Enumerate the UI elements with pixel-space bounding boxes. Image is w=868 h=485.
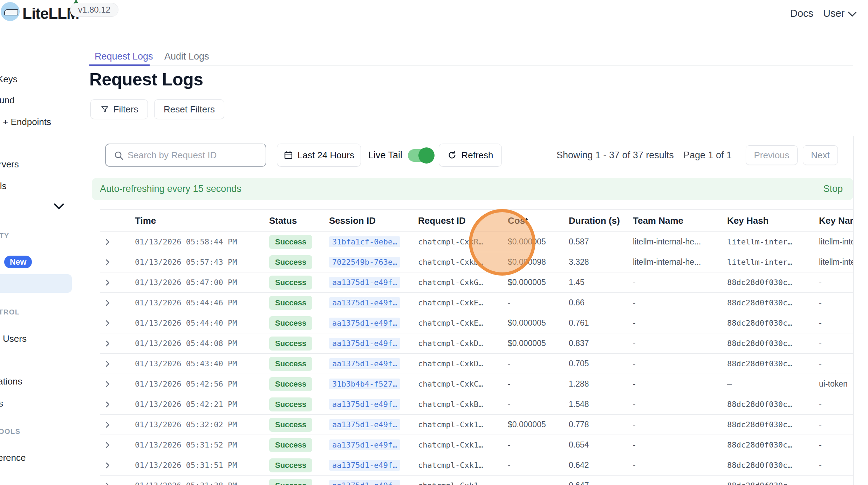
session-id-link[interactable]: aa1375d1-e49f…: [329, 419, 400, 430]
time-cell: 01/13/2026 05:44:46 PM: [135, 298, 269, 307]
time-cell: 01/13/2026 05:58:44 PM: [135, 237, 269, 246]
request-id-cell: chatcmpl-CxkC…: [418, 380, 508, 388]
status-badge: Success: [269, 296, 312, 310]
expand-row-button[interactable]: [100, 298, 135, 308]
status-badge: Success: [269, 255, 312, 269]
session-id-cell: 31b3b4b4-f527…: [329, 379, 418, 389]
expand-row-button[interactable]: [100, 460, 135, 470]
session-id-link[interactable]: 31b3b4b4-f527…: [329, 379, 400, 389]
duration-cell: 0.705: [569, 359, 633, 368]
key-name-cell: -: [819, 440, 853, 450]
expand-row-button[interactable]: [100, 379, 135, 389]
expand-row-button[interactable]: [100, 400, 135, 409]
stop-auto-refresh-button[interactable]: Stop: [823, 183, 843, 194]
team-name-cell: -: [633, 359, 727, 368]
time-range-button[interactable]: Last 24 Hours: [277, 144, 361, 167]
sidebar-item-teams[interactable]: s: [0, 398, 3, 409]
session-id-link[interactable]: aa1375d1-e49f…: [329, 399, 400, 410]
refresh-icon: [447, 150, 457, 160]
request-logs-table: TimeStatusSession IDRequest IDCostDurati…: [100, 209, 853, 485]
sidebar-collapse-chevron-icon[interactable]: [53, 202, 64, 211]
request-id-cell: chatcmpl-Cxk1…: [418, 461, 508, 470]
table-header-row: TimeStatusSession IDRequest IDCostDurati…: [100, 209, 853, 232]
sidebar-item-users[interactable]: Users: [3, 333, 27, 344]
active-tab-underline: [89, 64, 150, 66]
table-row: 01/13/2026 05:42:56 PMSuccess31b3b4b4-f5…: [100, 374, 853, 394]
key-name-cell: -: [819, 318, 853, 328]
tab-audit-logs[interactable]: Audit Logs: [164, 51, 209, 62]
top-navbar: LiteLLM v1.80.12 Docs User: [0, 0, 868, 28]
session-id-cell: aa1375d1-e49f…: [329, 358, 418, 369]
expand-row-button[interactable]: [100, 339, 135, 348]
expand-row-button[interactable]: [100, 420, 135, 430]
expand-row-button[interactable]: [100, 359, 135, 369]
session-id-link[interactable]: aa1375d1-e49f…: [329, 480, 400, 485]
sidebar-item-keys[interactable]: Keys: [0, 74, 18, 85]
sidebar-selected-item[interactable]: [0, 274, 72, 293]
user-menu[interactable]: User: [823, 8, 845, 19]
expand-row-button[interactable]: [100, 318, 135, 328]
expand-row-button[interactable]: [100, 257, 135, 267]
duration-cell: 0.647: [569, 481, 633, 485]
session-id-link[interactable]: aa1375d1-e49f…: [329, 277, 400, 288]
search-box: [105, 144, 266, 167]
search-input[interactable]: [128, 144, 264, 166]
duration-cell: 1.288: [569, 379, 633, 389]
session-id-link[interactable]: 7022549b-763e…: [329, 257, 400, 268]
key-hash-cell: 88dc28d0f030c…: [727, 481, 819, 485]
expand-row-button[interactable]: [100, 278, 135, 287]
tabs-divider: [89, 65, 853, 66]
team-name-cell: -: [633, 278, 727, 287]
column-header: Cost: [508, 215, 569, 226]
sidebar-item-endpoints[interactable]: + Endpoints: [3, 117, 51, 127]
live-tail-toggle[interactable]: [408, 149, 432, 162]
sidebar-item-organizations[interactable]: ations: [0, 376, 22, 387]
version-badge: v1.80.12: [70, 3, 118, 17]
request-id-cell: chatcmpl-Cxkb…: [418, 258, 508, 266]
status-badge: Success: [269, 357, 312, 371]
session-id-cell: aa1375d1-e49f…: [329, 480, 418, 485]
expand-row-button[interactable]: [100, 237, 135, 247]
status-cell: Success: [269, 276, 329, 290]
session-id-link[interactable]: aa1375d1-e49f…: [329, 358, 400, 369]
duration-cell: 0.761: [569, 318, 633, 328]
session-id-link[interactable]: aa1375d1-e49f…: [329, 338, 400, 349]
sidebar-item-reference[interactable]: erence: [0, 452, 26, 463]
session-id-link[interactable]: aa1375d1-e49f…: [329, 318, 400, 328]
filters-button[interactable]: Filters: [90, 99, 148, 119]
status-badge: Success: [269, 458, 312, 472]
session-id-link[interactable]: aa1375d1-e49f…: [329, 460, 400, 471]
refresh-button[interactable]: Refresh: [439, 144, 502, 167]
request-id-cell: chatcmpl-Cxk1…: [418, 441, 508, 449]
previous-page-button[interactable]: Previous: [746, 145, 798, 165]
chevron-right-icon: [103, 339, 112, 348]
team-name-cell: -: [633, 379, 727, 389]
chevron-down-icon[interactable]: [847, 11, 857, 18]
calendar-icon: [283, 150, 293, 160]
status-cell: Success: [269, 296, 329, 310]
session-id-link[interactable]: 31bfa1cf-0ebe…: [329, 236, 400, 247]
expand-row-button[interactable]: [100, 481, 135, 485]
request-id-cell: chatcmpl-CxkE…: [418, 319, 508, 327]
team-name-cell: -: [633, 339, 727, 348]
sidebar-item-servers[interactable]: rvers: [0, 159, 19, 170]
reset-filters-button[interactable]: Reset Filters: [154, 99, 224, 119]
cost-cell: $0.000005: [508, 278, 569, 287]
page-title: Request Logs: [89, 69, 203, 90]
time-cell: 01/13/2026 05:31:51 PM: [135, 461, 269, 470]
key-hash-cell: 88dc28d0f030c…: [727, 420, 819, 429]
tab-request-logs[interactable]: Request Logs: [95, 51, 153, 62]
cost-cell: $0.000005: [508, 318, 569, 328]
docs-link[interactable]: Docs: [790, 8, 813, 19]
duration-cell: 0.587: [569, 237, 633, 247]
session-id-link[interactable]: aa1375d1-e49f…: [329, 297, 400, 308]
sidebar-item-playground[interactable]: und: [0, 95, 14, 106]
status-badge: Success: [269, 276, 312, 290]
expand-row-button[interactable]: [100, 440, 135, 450]
session-id-link[interactable]: aa1375d1-e49f…: [329, 439, 400, 450]
team-name-cell: -: [633, 481, 727, 485]
next-page-button[interactable]: Next: [803, 145, 838, 165]
cost-cell: $0.000005: [508, 420, 569, 429]
table-row: 01/13/2026 05:47:00 PMSuccessaa1375d1-e4…: [100, 272, 853, 293]
sidebar-item-guardrails[interactable]: ils: [0, 181, 7, 192]
